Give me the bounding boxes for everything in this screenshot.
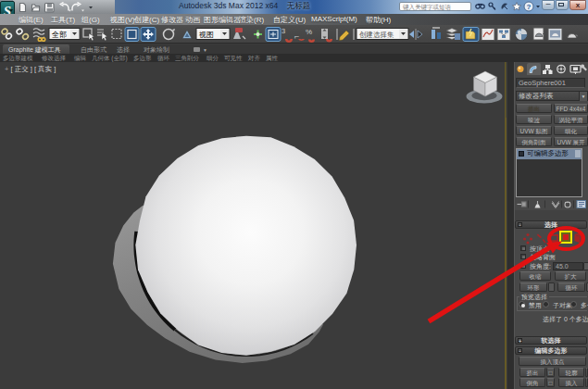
svg-text:3: 3 [281, 27, 285, 35]
svg-text:?: ? [527, 3, 532, 11]
svg-text:视图: 视图 [198, 31, 214, 39]
svg-text:%: % [306, 28, 312, 36]
svg-text:全部: 全部 [52, 31, 67, 39]
svg-text:创建选择集: 创建选择集 [359, 31, 394, 39]
